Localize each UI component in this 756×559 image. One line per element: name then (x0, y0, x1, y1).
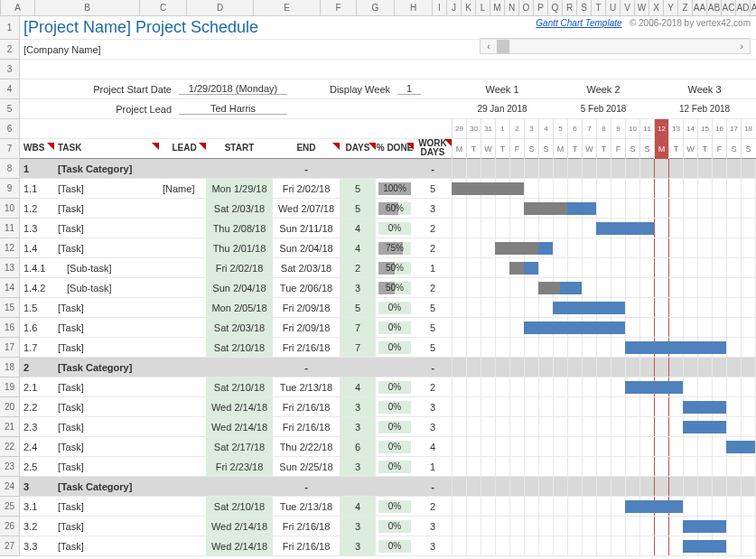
col-header-O[interactable]: O (519, 0, 534, 15)
cell-workdays[interactable]: 1 (414, 258, 452, 277)
cell-wbs[interactable]: 2 (20, 358, 54, 377)
cell-start[interactable]: Wed 2/14/18 (206, 417, 273, 436)
row-header-17[interactable]: 17 (0, 338, 19, 358)
col-header-J[interactable]: J (447, 0, 462, 15)
cell-end[interactable]: Fri 2/16/18 (273, 338, 340, 357)
cell-lead[interactable]: [Name] (159, 179, 206, 198)
col-header-S[interactable]: S (577, 0, 592, 15)
cell-days[interactable]: 6 (340, 437, 376, 456)
row-header-18[interactable]: 18 (0, 358, 19, 377)
col-header-B[interactable]: B (35, 0, 140, 15)
start-date-value[interactable]: 1/29/2018 (Monday) (179, 83, 287, 95)
cell-start[interactable]: Wed 2/14/18 (206, 517, 273, 536)
cell-pct[interactable] (376, 477, 414, 496)
col-header-AA[interactable]: AA (693, 0, 707, 15)
row-header-14[interactable]: 14 (0, 278, 19, 298)
row-header-12[interactable]: 12 (0, 238, 19, 258)
cell-task[interactable]: [Task] (54, 338, 159, 357)
cell-pct[interactable]: 0% (376, 517, 414, 536)
cell-wbs[interactable]: 2.2 (20, 397, 54, 416)
cell-workdays[interactable]: - (414, 358, 452, 377)
cell-start[interactable]: Sat 2/10/18 (206, 377, 273, 396)
col-header-X[interactable]: X (649, 0, 664, 15)
cell-start[interactable]: Fri 2/23/18 (206, 457, 273, 476)
cell-pct[interactable]: 0% (376, 219, 414, 238)
cell-workdays[interactable]: 5 (414, 338, 452, 357)
cell-start[interactable]: Thu 2/08/18 (206, 219, 273, 238)
cell-wbs[interactable]: 1.4.1 (20, 258, 54, 277)
cell-end[interactable]: Fri 2/16/18 (273, 417, 340, 436)
category-row[interactable]: 3[Task Category]-- (20, 477, 756, 497)
col-header-Y[interactable]: Y (664, 0, 678, 15)
task-row[interactable]: 2.3[Task]Wed 2/14/18Fri 2/16/1830%3 (20, 417, 756, 437)
cell-workdays[interactable]: 5 (414, 179, 452, 198)
cell-days[interactable]: 7 (340, 338, 376, 357)
cell-task[interactable]: [Task] (54, 179, 159, 198)
cell-wbs[interactable]: 1.7 (20, 338, 54, 357)
cell-end[interactable]: Fri 2/16/18 (273, 397, 340, 416)
cell-workdays[interactable]: 2 (414, 278, 452, 297)
task-row[interactable]: 2.2[Task]Wed 2/14/18Fri 2/16/1830%3 (20, 397, 756, 417)
cell-wbs[interactable]: 1 (20, 159, 54, 178)
task-row[interactable]: 2.4[Task]Sat 2/17/18Thu 2/22/1860%4 (20, 437, 756, 457)
hdr-pct[interactable]: % DONE (376, 143, 414, 154)
cell-task[interactable]: [Task] (54, 497, 159, 516)
cell-pct[interactable]: 0% (376, 437, 414, 456)
cell-start[interactable]: Mon 1/29/18 (206, 179, 273, 198)
gantt-bar[interactable] (596, 222, 654, 235)
cell-end[interactable]: Fri 2/16/18 (273, 517, 340, 536)
gantt-bar[interactable] (683, 540, 726, 553)
cell-lead[interactable] (159, 358, 206, 377)
cell-end[interactable]: - (273, 477, 340, 496)
hdr-start[interactable]: START (206, 143, 273, 154)
cell-workdays[interactable]: - (414, 159, 452, 178)
cell-days[interactable]: 3 (340, 278, 376, 297)
row-header-13[interactable]: 13 (0, 258, 19, 278)
task-row[interactable]: 1.4.1[Sub-task]Fri 2/02/18Sat 2/03/18250… (20, 258, 756, 278)
cell-end[interactable]: Tue 2/13/18 (273, 497, 340, 516)
cell-wbs[interactable]: 1.3 (20, 219, 54, 238)
cell-workdays[interactable]: 3 (414, 517, 452, 536)
cell-start[interactable]: Wed 2/14/18 (206, 536, 273, 555)
row-header-6[interactable]: 6 (0, 119, 19, 139)
cell-pct[interactable]: 60% (376, 199, 414, 218)
task-row[interactable]: 1.2[Task]Sat 2/03/18Wed 2/07/18560%3 (20, 199, 756, 219)
cell-workdays[interactable]: 1 (414, 457, 452, 476)
cell-workdays[interactable]: 4 (414, 437, 452, 456)
cell-wbs[interactable]: 2.5 (20, 457, 54, 476)
cell-end[interactable]: Tue 2/13/18 (273, 377, 340, 396)
row-header-22[interactable]: 22 (0, 437, 19, 457)
cell-end[interactable]: Fri 2/02/18 (273, 179, 340, 198)
cell-lead[interactable] (159, 278, 206, 297)
lead-value[interactable]: Ted Harris (179, 103, 287, 115)
col-header-AE[interactable]: AE (751, 0, 756, 15)
cell-days[interactable] (340, 159, 376, 178)
cell-pct[interactable]: 50% (376, 278, 414, 297)
cell-days[interactable]: 5 (340, 179, 376, 198)
cell-end[interactable]: Fri 2/09/18 (273, 298, 340, 317)
gantt-bar[interactable] (683, 401, 726, 414)
hdr-task[interactable]: TASK (54, 143, 159, 154)
cell-task[interactable]: [Task] (54, 517, 159, 536)
cell-task[interactable]: [Task] (54, 397, 159, 416)
cell-pct[interactable]: 0% (376, 397, 414, 416)
cell-lead[interactable] (159, 417, 206, 436)
cell-pct[interactable]: 0% (376, 417, 414, 436)
hdr-end[interactable]: END (273, 143, 340, 154)
cell-end[interactable]: - (273, 159, 340, 178)
col-header-R[interactable]: R (563, 0, 577, 15)
cell-end[interactable]: Wed 2/07/18 (273, 199, 340, 218)
cell-lead[interactable] (159, 377, 206, 396)
display-week-value[interactable]: 1 (397, 83, 421, 95)
cell-days[interactable] (340, 477, 376, 496)
cell-workdays[interactable]: 3 (414, 199, 452, 218)
cell-end[interactable]: Sun 2/11/18 (273, 219, 340, 238)
cell-task[interactable]: [Task] (54, 199, 159, 218)
col-header-D[interactable]: D (187, 0, 254, 15)
task-row[interactable]: 1.3[Task]Thu 2/08/18Sun 2/11/1840%2 (20, 219, 756, 238)
cell-days[interactable]: 4 (340, 219, 376, 238)
col-header-Q[interactable]: Q (548, 0, 563, 15)
cell-lead[interactable] (159, 338, 206, 357)
cell-start[interactable]: Mon 2/05/18 (206, 298, 273, 317)
cell-wbs[interactable]: 1.4.2 (20, 278, 54, 297)
